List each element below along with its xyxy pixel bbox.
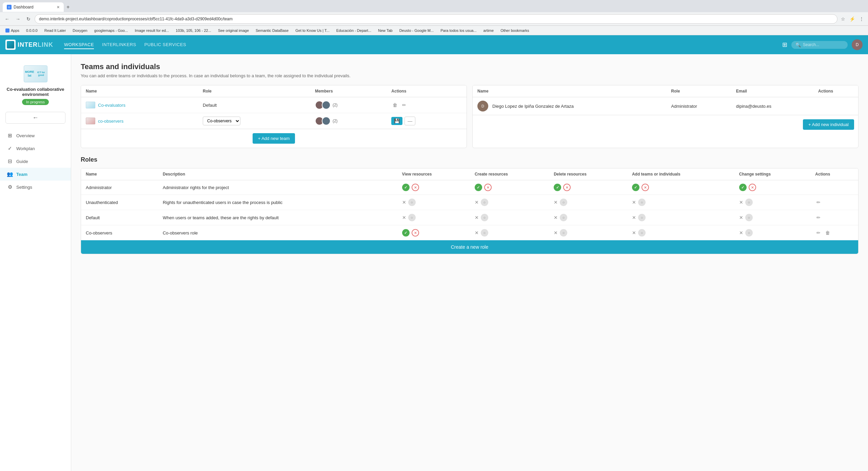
back-button[interactable]: ← bbox=[5, 112, 65, 124]
permission-cell: ✕○ bbox=[470, 225, 549, 241]
save-team-button[interactable]: 💾 bbox=[391, 117, 402, 125]
action-buttons: 🗑 ✏ bbox=[391, 101, 462, 109]
roles-table: Name Description View resources Create r… bbox=[81, 168, 858, 240]
sidebar-item-settings[interactable]: ⚙ Settings bbox=[0, 181, 71, 193]
bookmark-see-original[interactable]: See original image bbox=[215, 28, 252, 33]
bookmark-deu-label: Deusto - Google M... bbox=[399, 28, 434, 33]
sidebar-label-guide: Guide bbox=[16, 159, 28, 164]
col-actions: Actions bbox=[387, 85, 467, 97]
tab-close-button[interactable]: ✕ bbox=[57, 5, 60, 9]
page-title: Teams and individuals bbox=[81, 62, 859, 71]
perm-badge: ✕○ bbox=[739, 229, 806, 237]
bookmark-ip-label: 0.0.0.0 bbox=[26, 28, 38, 33]
perm-badge: ✕○ bbox=[554, 229, 623, 237]
ind-name-cell: D Diego Lopez de Ipiña Gonzalez de Artaz… bbox=[473, 97, 666, 115]
create-role-button[interactable]: Create a new role bbox=[81, 240, 858, 254]
search-input[interactable] bbox=[803, 42, 844, 47]
team-role-select-cell: Co-observers Default Administrator bbox=[198, 113, 310, 129]
role-actions-cell: ✏ bbox=[810, 210, 858, 225]
sidebar-item-team[interactable]: 👥 Team bbox=[0, 168, 71, 181]
delete-role-button[interactable]: 🗑 bbox=[824, 229, 831, 237]
menu-button[interactable]: ⋮ bbox=[858, 15, 865, 23]
bookmark-103b[interactable]: 103b, 105, 106 - 22... bbox=[173, 28, 214, 33]
tab-title: Dashboard bbox=[14, 5, 34, 9]
bookmark-other-label: Other bookmarks bbox=[500, 28, 529, 33]
permission-cell: ✕○ bbox=[627, 195, 734, 210]
bookmark-nt-label: New Tab bbox=[378, 28, 393, 33]
edit-team-button[interactable]: ✏ bbox=[401, 101, 408, 109]
grid-icon[interactable]: ⊞ bbox=[782, 41, 787, 48]
role-select[interactable]: Co-observers Default Administrator bbox=[203, 117, 240, 125]
teams-card: Name Role Members Actions bbox=[81, 85, 467, 148]
permission-cell: ✕○ bbox=[470, 195, 549, 210]
bookmark-ip[interactable]: 0.0.0.0 bbox=[23, 28, 40, 33]
team-link-coevaluators[interactable]: Co-evaluators bbox=[98, 103, 125, 108]
role-name-cell: Co-observers bbox=[81, 225, 158, 241]
bookmark-semantic[interactable]: Semantic DataBase bbox=[253, 28, 291, 33]
search-box[interactable]: 🔍 bbox=[791, 41, 848, 49]
back-button[interactable]: ← bbox=[3, 15, 12, 23]
nav-public-services[interactable]: PUBLIC SERVICES bbox=[144, 41, 186, 49]
sidebar-item-guide[interactable]: ⊟ Guide bbox=[0, 155, 71, 168]
edit-role-button[interactable]: ✏ bbox=[815, 213, 822, 222]
team-members-cell-2: (2) bbox=[310, 113, 387, 129]
x-icon: ✕ bbox=[412, 229, 419, 237]
remove-team-button[interactable]: — bbox=[405, 117, 415, 125]
edit-role-button[interactable]: ✏ bbox=[815, 198, 822, 206]
user-avatar[interactable]: D bbox=[852, 39, 863, 50]
forward-button[interactable]: → bbox=[14, 15, 22, 23]
x-mark: ✕ bbox=[632, 215, 636, 220]
x-icon: ✕ bbox=[642, 184, 649, 191]
individuals-card: Name Role Email Actions D bbox=[472, 85, 859, 148]
permission-cell: ✓✕ bbox=[549, 180, 627, 195]
address-bar[interactable] bbox=[35, 14, 837, 24]
sidebar-label-team: Team bbox=[16, 172, 27, 177]
x-icon: ✕ bbox=[412, 184, 419, 191]
sidebar-item-workplan[interactable]: ✓ Workplan bbox=[0, 142, 71, 155]
bookmark-educacion[interactable]: Educación - Depart... bbox=[334, 28, 374, 33]
col-role: Role bbox=[198, 85, 310, 97]
bookmark-artime[interactable]: artime bbox=[481, 28, 497, 33]
avatar-stack bbox=[315, 101, 331, 109]
bookmark-deusto[interactable]: Deusto - Google M... bbox=[397, 28, 437, 33]
reload-button[interactable]: ↻ bbox=[24, 15, 33, 23]
check-icon: ✓ bbox=[402, 229, 410, 237]
status-badge[interactable]: In progress bbox=[22, 99, 49, 105]
bookmark-image[interactable]: Image result for ed... bbox=[132, 28, 172, 33]
bookmark-googlemaps[interactable]: googlemaps - Goo... bbox=[92, 28, 131, 33]
col-name: Name bbox=[81, 85, 198, 97]
bookmark-other[interactable]: Other bookmarks bbox=[498, 28, 532, 33]
permission-cell: ✓✕ bbox=[397, 225, 470, 241]
team-link-coobservers[interactable]: co-observers bbox=[98, 119, 123, 124]
perm-badge: ✓✕ bbox=[554, 184, 623, 191]
perm-badge: ✕○ bbox=[739, 199, 806, 206]
circle-icon: ○ bbox=[745, 199, 753, 206]
nav-interlinkers[interactable]: INTERLINKERS bbox=[102, 41, 136, 49]
bookmark-newtab[interactable]: New Tab bbox=[375, 28, 395, 33]
delete-team-button[interactable]: 🗑 bbox=[391, 101, 399, 109]
bookmark-read-it-later[interactable]: Read It Later bbox=[42, 28, 69, 33]
extensions-button[interactable]: ⚡ bbox=[848, 15, 856, 23]
edit-role-button[interactable]: ✏ bbox=[815, 229, 822, 237]
top-navigation: INTERLINK WORKSPACE INTERLINKERS PUBLIC … bbox=[0, 35, 868, 54]
bookmark-doxygen[interactable]: Doxygen bbox=[70, 28, 90, 33]
check-icon: ✓ bbox=[739, 184, 747, 191]
bookmark-gettoknow[interactable]: Get to Know Us | T... bbox=[293, 28, 332, 33]
nav-workspace[interactable]: WORKSPACE bbox=[64, 41, 94, 49]
bookmark-apps[interactable]: Apps bbox=[3, 28, 22, 33]
browser-tab[interactable]: D Dashboard ✕ bbox=[3, 2, 64, 12]
sidebar-item-overview[interactable]: ⊞ Overview bbox=[0, 129, 71, 142]
logo[interactable]: INTERLINK bbox=[5, 40, 53, 50]
x-icon: ✕ bbox=[749, 184, 756, 191]
bookmark-para[interactable]: Para todos los usua... bbox=[438, 28, 479, 33]
add-team-button[interactable]: + Add new team bbox=[253, 133, 295, 144]
team-name-cell: co-observers bbox=[81, 113, 198, 129]
team-members-cell: (2) bbox=[310, 97, 387, 113]
bookmark-button[interactable]: ☆ bbox=[840, 15, 847, 23]
bookmark-img-label: Image result for ed... bbox=[135, 28, 169, 33]
circle-icon: ○ bbox=[560, 214, 567, 221]
add-individual-button[interactable]: + Add new individual bbox=[803, 119, 854, 130]
new-tab-button[interactable]: + bbox=[64, 3, 72, 12]
person-row: D Diego Lopez de Ipiña Gonzalez de Artaz… bbox=[477, 101, 662, 111]
role-actions-cell bbox=[810, 180, 858, 195]
